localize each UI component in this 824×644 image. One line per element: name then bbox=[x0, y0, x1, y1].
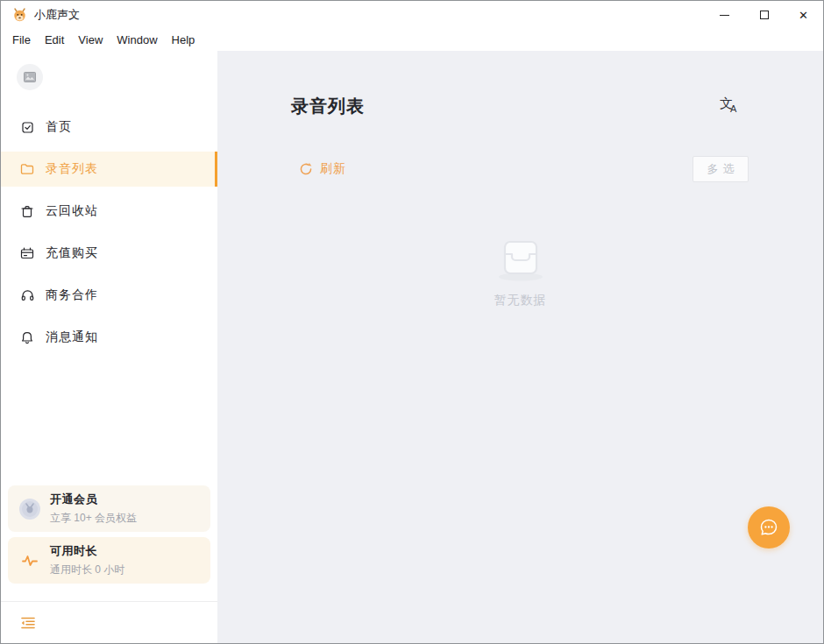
sidebar-item-recordings[interactable]: 录音列表 bbox=[1, 152, 217, 187]
close-icon: ✕ bbox=[799, 10, 808, 21]
empty-state: 暂无数据 bbox=[217, 231, 823, 308]
menu-file[interactable]: File bbox=[5, 32, 38, 48]
empty-text: 暂无数据 bbox=[494, 293, 547, 308]
minimize-icon bbox=[720, 15, 729, 16]
close-button[interactable]: ✕ bbox=[784, 1, 823, 29]
headset-icon bbox=[20, 288, 34, 302]
toolbar: 刷新 多选 bbox=[299, 156, 749, 182]
empty-inbox-icon bbox=[494, 231, 547, 282]
collapse-sidebar-icon[interactable] bbox=[20, 616, 36, 630]
menu-window[interactable]: Window bbox=[110, 32, 164, 48]
page-title: 录音列表 bbox=[291, 95, 365, 118]
membership-subtitle: 立享 10+ 会员权益 bbox=[50, 511, 137, 526]
sidebar-item-label: 录音列表 bbox=[46, 161, 98, 177]
menubar: File Edit View Window Help bbox=[1, 29, 823, 51]
translate-a-glyph: A bbox=[730, 104, 736, 114]
titlebar: 小鹿声文 ✕ bbox=[1, 1, 823, 29]
sidebar-item-notifications[interactable]: 消息通知 bbox=[1, 320, 217, 355]
bell-icon bbox=[20, 330, 34, 344]
refresh-label: 刷新 bbox=[320, 161, 346, 177]
duration-subtitle: 通用时长 0 小时 bbox=[50, 563, 124, 577]
sidebar-item-label: 首页 bbox=[46, 119, 72, 135]
menu-help[interactable]: Help bbox=[165, 32, 202, 48]
main-content: 录音列表 文 A 刷新 多选 bbox=[217, 51, 823, 643]
membership-card[interactable]: 开通会员 立享 10+ 会员权益 bbox=[8, 485, 210, 532]
avatar[interactable] bbox=[17, 64, 43, 90]
sidebar-item-purchase[interactable]: 充值购买 bbox=[1, 236, 217, 271]
broken-image-icon bbox=[24, 72, 36, 82]
purchase-icon bbox=[20, 246, 34, 260]
sidebar-item-recycle-bin[interactable]: 云回收站 bbox=[1, 194, 217, 229]
trash-icon bbox=[20, 204, 34, 218]
sidebar-item-label: 商务合作 bbox=[46, 287, 98, 303]
duration-title: 可用时长 bbox=[50, 543, 124, 559]
sidebar-item-home[interactable]: 首页 bbox=[1, 110, 217, 145]
sidebar-item-business[interactable]: 商务合作 bbox=[1, 278, 217, 313]
minimize-button[interactable] bbox=[705, 1, 744, 29]
sidebar-item-label: 云回收站 bbox=[46, 203, 98, 219]
sidebar-item-label: 消息通知 bbox=[46, 329, 98, 345]
membership-title: 开通会员 bbox=[50, 492, 137, 507]
window-title: 小鹿声文 bbox=[34, 7, 80, 23]
duration-card[interactable]: 可用时长 通用时长 0 小时 bbox=[8, 537, 210, 584]
sidebar-footer bbox=[1, 601, 217, 643]
maximize-button[interactable] bbox=[744, 1, 784, 29]
membership-medal-icon bbox=[18, 498, 41, 520]
app-window: 小鹿声文 ✕ File Edit View Window Help bbox=[0, 0, 824, 644]
window-controls: ✕ bbox=[705, 1, 823, 29]
menu-edit[interactable]: Edit bbox=[38, 32, 71, 48]
translate-icon[interactable]: 文 A bbox=[720, 96, 741, 117]
refresh-icon bbox=[299, 162, 313, 176]
main-header: 录音列表 文 A bbox=[291, 95, 741, 118]
sidebar-nav: 首页 录音列表 bbox=[1, 110, 217, 362]
chat-bubble-icon bbox=[758, 517, 779, 538]
feedback-chat-button[interactable] bbox=[748, 506, 790, 548]
waveform-icon bbox=[18, 549, 41, 572]
sidebar-item-label: 充值购买 bbox=[46, 245, 98, 261]
app-logo-deer-icon bbox=[12, 8, 27, 23]
home-icon bbox=[20, 120, 34, 134]
folder-icon bbox=[20, 162, 34, 176]
sidebar: 首页 录音列表 bbox=[1, 51, 217, 643]
sidebar-bottom: 开通会员 立享 10+ 会员权益 可用时长 通用时长 0 小时 bbox=[1, 485, 217, 601]
multiselect-button[interactable]: 多选 bbox=[693, 156, 749, 182]
menu-view[interactable]: View bbox=[71, 32, 110, 48]
maximize-icon bbox=[760, 11, 769, 19]
refresh-button[interactable]: 刷新 bbox=[299, 161, 346, 177]
